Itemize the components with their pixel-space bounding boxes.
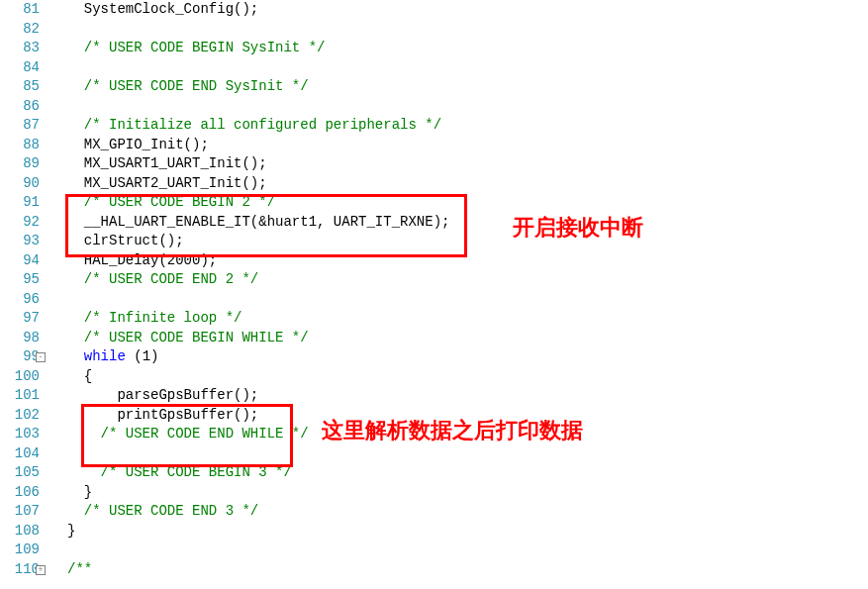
line-number: 85 (0, 77, 40, 97)
line-number: 106 (0, 483, 40, 503)
code-line[interactable]: /* Infinite loop */ (67, 309, 868, 329)
code-line[interactable] (67, 58, 868, 78)
line-number: 81 (0, 0, 40, 20)
line-number: 100 (0, 367, 40, 387)
fold-marker-icon[interactable]: + (36, 565, 46, 575)
code-line[interactable]: /* USER CODE END 3 */ (67, 502, 868, 522)
code-line[interactable]: } (67, 483, 868, 503)
line-number: 83 (0, 39, 40, 58)
fold-marker-icon[interactable]: - (36, 352, 46, 362)
line-number: 95 (0, 270, 40, 290)
code-line[interactable] (67, 540, 868, 560)
line-number: 87 (0, 116, 40, 136)
code-line[interactable] (67, 97, 868, 117)
code-line[interactable]: } (67, 522, 868, 541)
line-number: 108 (0, 522, 40, 541)
code-line[interactable]: MX_GPIO_Init(); (67, 136, 868, 155)
line-number: 110 (0, 560, 40, 580)
code-line[interactable] (67, 20, 868, 40)
code-line[interactable]: /* USER CODE BEGIN SysInit */ (67, 39, 868, 58)
code-line[interactable]: /* USER CODE END 2 */ (67, 270, 868, 290)
line-number: 103 (0, 425, 40, 444)
code-line[interactable]: while (1) (67, 347, 868, 367)
code-line[interactable]: printGpsBuffer(); (67, 406, 868, 426)
line-number: 94 (0, 251, 40, 271)
code-line[interactable]: /* USER CODE BEGIN 2 */ (67, 193, 868, 213)
line-number: 99 (0, 347, 40, 367)
line-number: 105 (0, 463, 40, 483)
line-number: 93 (0, 232, 40, 251)
line-number: 96 (0, 290, 40, 310)
code-line[interactable]: /* Initialize all configured peripherals… (67, 116, 868, 136)
line-number: 97 (0, 309, 40, 329)
code-line[interactable]: MX_USART1_UART_Init(); (67, 154, 868, 174)
line-number: 107 (0, 502, 40, 522)
line-number: 101 (0, 386, 40, 406)
code-line[interactable]: HAL_Delay(2000); (67, 251, 868, 271)
line-number: 90 (0, 174, 40, 194)
code-area[interactable]: SystemClock_Config(); /* USER CODE BEGIN… (49, 0, 868, 589)
code-line[interactable]: /** (67, 560, 868, 580)
line-number-gutter: 8182838485868788899091929394959697989910… (0, 0, 49, 589)
code-line[interactable] (67, 444, 868, 464)
code-line[interactable] (67, 290, 868, 310)
code-line[interactable]: parseGpsBuffer(); (67, 386, 868, 406)
code-line[interactable]: clrStruct(); (67, 232, 868, 251)
line-number: 109 (0, 540, 40, 560)
code-line[interactable]: /* USER CODE BEGIN 3 */ (67, 463, 868, 483)
line-number: 104 (0, 444, 40, 464)
line-number: 88 (0, 136, 40, 155)
line-number: 82 (0, 20, 40, 40)
line-number: 89 (0, 154, 40, 174)
code-editor[interactable]: 8182838485868788899091929394959697989910… (0, 0, 868, 589)
line-number: 98 (0, 329, 40, 348)
code-line[interactable]: /* USER CODE END WHILE */ (67, 425, 868, 444)
code-line[interactable]: SystemClock_Config(); (67, 0, 868, 20)
line-number: 102 (0, 406, 40, 426)
line-number: 91 (0, 193, 40, 213)
code-line[interactable]: { (67, 367, 868, 387)
line-number: 86 (0, 97, 40, 117)
line-number: 92 (0, 213, 40, 233)
code-line[interactable]: /* USER CODE BEGIN WHILE */ (67, 329, 868, 348)
code-line[interactable]: /* USER CODE END SysInit */ (67, 77, 868, 97)
code-line[interactable]: __HAL_UART_ENABLE_IT(&huart1, UART_IT_RX… (67, 213, 868, 233)
line-number: 84 (0, 58, 40, 78)
code-line[interactable]: MX_USART2_UART_Init(); (67, 174, 868, 194)
